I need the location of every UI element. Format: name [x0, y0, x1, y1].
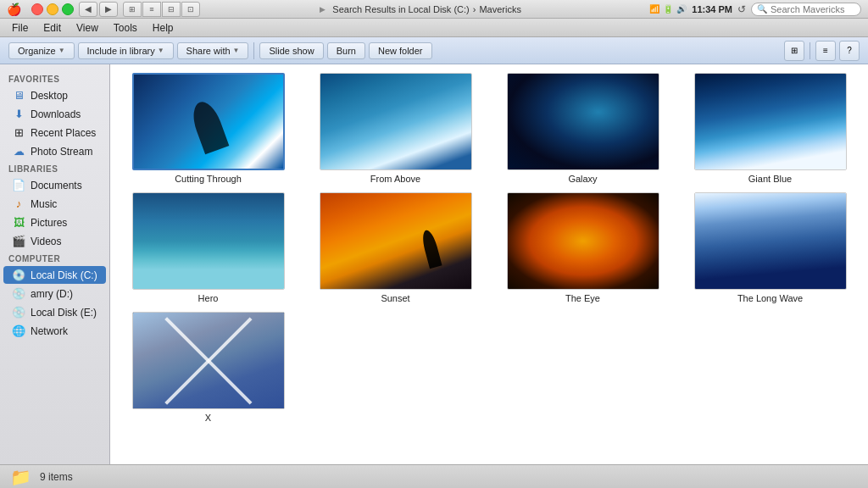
share-with-button[interactable]: Share with ▼ [177, 42, 249, 59]
sidebar-item-recent-places-label: Recent Places [31, 127, 96, 139]
wave-image-cutting-through [134, 75, 283, 169]
details-view-button[interactable]: ⊟ [162, 2, 181, 17]
wifi-icon: 📶 [649, 4, 659, 14]
organize-button[interactable]: Organize ▼ [8, 42, 75, 59]
thumbnail-item-cutting-through[interactable]: Cutting Through [119, 73, 298, 184]
network-icon: 🌐 [12, 324, 25, 337]
downloads-icon: ⬇ [12, 108, 25, 120]
sidebar-item-photo-stream-label: Photo Stream [31, 146, 92, 158]
maximize-button[interactable] [62, 3, 74, 15]
pictures-icon: 🖼 [12, 216, 25, 229]
new-folder-button[interactable]: New folder [369, 42, 432, 59]
thumb-label-sunset: Sunset [381, 293, 409, 303]
burn-label: Burn [337, 46, 356, 56]
list-view-button[interactable]: ≡ [142, 2, 161, 17]
nav-buttons: ◀ ▶ [79, 2, 118, 17]
close-button[interactable] [31, 3, 43, 15]
sidebar-item-videos-label: Videos [31, 236, 61, 247]
thumb-label-from-above: From Above [370, 174, 420, 184]
view-options-button[interactable]: ⊞ [784, 41, 804, 61]
slide-show-label: Slide show [269, 46, 314, 56]
thumb-label-the-eye: The Eye [565, 293, 600, 303]
thumb-wrapper-hero [132, 192, 285, 290]
forward-button[interactable]: ▶ [99, 2, 118, 17]
wave-image-x [133, 313, 284, 408]
title-bar: 🍎 ◀ ▶ ⊞ ≡ ⊟ ⊡ ▶ Search Results in Local … [0, 0, 868, 19]
sidebar-item-recent-places[interactable]: ⊞ Recent Places [3, 124, 106, 141]
refresh-button[interactable]: ↺ [737, 3, 746, 15]
music-icon: ♪ [12, 197, 25, 210]
thumbnail-item-giant-blue[interactable]: Giant Blue [681, 73, 860, 184]
sidebar-item-amry-d[interactable]: 💿 amry (D:) [3, 285, 106, 302]
sidebar-item-photo-stream[interactable]: ☁ Photo Stream [3, 142, 106, 160]
title-bar-left: 🍎 ◀ ▶ ⊞ ≡ ⊟ ⊡ [7, 2, 200, 17]
menu-tools[interactable]: Tools [107, 20, 144, 36]
share-with-label: Share with [186, 46, 231, 56]
thumbnail-item-galaxy[interactable]: Galaxy [493, 73, 672, 184]
sidebar-item-music-label: Music [31, 198, 57, 210]
apple-logo-icon[interactable]: 🍎 [7, 3, 21, 16]
sidebar-item-music[interactable]: ♪ Music [3, 195, 106, 213]
current-path: Search Results in Local Disk (C:) › Mave… [332, 4, 521, 14]
sidebar-item-downloads[interactable]: ⬇ Downloads [3, 105, 106, 123]
burn-button[interactable]: Burn [327, 42, 365, 59]
toolbar-separator-1 [253, 42, 254, 59]
sidebar-item-local-disk-c[interactable]: 💿 Local Disk (C:) [3, 266, 106, 284]
search-box[interactable]: 🔍 [751, 3, 861, 16]
battery-icon: 🔋 [663, 4, 673, 14]
thumbnail-item-x[interactable]: X [119, 312, 298, 423]
documents-icon: 📄 [12, 179, 25, 191]
sidebar-item-documents[interactable]: 📄 Documents [3, 176, 106, 194]
sidebar-item-pictures[interactable]: 🖼 Pictures [3, 214, 106, 231]
thumbnail-item-the-eye[interactable]: The Eye [493, 192, 672, 303]
thumb-wrapper-cutting-through [132, 73, 285, 170]
minimize-button[interactable] [47, 3, 58, 15]
sidebar-item-local-disk-e-label: Local Disk (E:) [31, 307, 97, 319]
thumb-label-cutting-through: Cutting Through [175, 174, 242, 184]
sidebar-item-local-disk-e[interactable]: 💿 Local Disk (E:) [3, 303, 106, 321]
wave-image-sunset [320, 193, 471, 289]
menu-help[interactable]: Help [146, 20, 181, 36]
thumb-wrapper-sunset [320, 192, 472, 290]
menu-edit[interactable]: Edit [36, 20, 68, 36]
photo-stream-icon: ☁ [12, 145, 25, 158]
thumb-wrapper-x [132, 312, 285, 409]
wave-image-from-above [320, 74, 471, 169]
sidebar-item-videos[interactable]: 🎬 Videos [3, 232, 106, 250]
thumb-wrapper-from-above [320, 73, 472, 170]
menu-file[interactable]: File [5, 20, 35, 36]
sidebar-item-network[interactable]: 🌐 Network [3, 322, 106, 340]
path-subtitle: Mavericks [479, 4, 521, 14]
local-disk-c-icon: 💿 [12, 269, 25, 281]
thumb-label-hero: Hero [198, 293, 219, 303]
thumb-wrapper-the-long-wave [694, 192, 847, 290]
thumbnail-item-from-above[interactable]: From Above [306, 73, 485, 184]
thumb-label-giant-blue: Giant Blue [748, 174, 792, 184]
thumbnail-item-hero[interactable]: Hero [119, 192, 298, 303]
thumbnail-item-sunset[interactable]: Sunset [306, 192, 485, 303]
path-title: Search Results in Local Disk (C:) [332, 4, 469, 14]
sidebar-item-desktop[interactable]: 🖥 Desktop [3, 86, 106, 104]
help-button[interactable]: ? [839, 41, 860, 61]
clock: 11:34 PM [692, 4, 732, 14]
toolbar-right: ⊞ ≡ ? [784, 41, 860, 61]
menu-bar: File Edit View Tools Help [0, 19, 868, 37]
thumb-wrapper-galaxy [507, 73, 659, 170]
search-input[interactable] [771, 4, 855, 14]
sidebar-item-amry-d-label: amry (D:) [31, 288, 73, 300]
menu-view[interactable]: View [70, 20, 105, 36]
thumbnail-item-the-long-wave[interactable]: The Long Wave [681, 192, 860, 303]
status-item-count: 9 items [40, 471, 73, 483]
back-button[interactable]: ◀ [79, 2, 97, 17]
include-in-library-button[interactable]: Include in library ▼ [78, 42, 174, 59]
details-button[interactable]: ≡ [815, 41, 836, 61]
organize-arrow-icon: ▼ [58, 47, 65, 54]
grid-view-button[interactable]: ⊞ [123, 2, 142, 17]
amry-d-icon: 💿 [12, 287, 25, 300]
sidebar-item-documents-label: Documents [31, 180, 82, 191]
preview-view-button[interactable]: ⊡ [181, 2, 200, 17]
wave-image-giant-blue [695, 74, 846, 169]
slide-show-button[interactable]: Slide show [259, 42, 323, 59]
window-controls[interactable] [31, 3, 74, 15]
videos-icon: 🎬 [12, 235, 25, 247]
